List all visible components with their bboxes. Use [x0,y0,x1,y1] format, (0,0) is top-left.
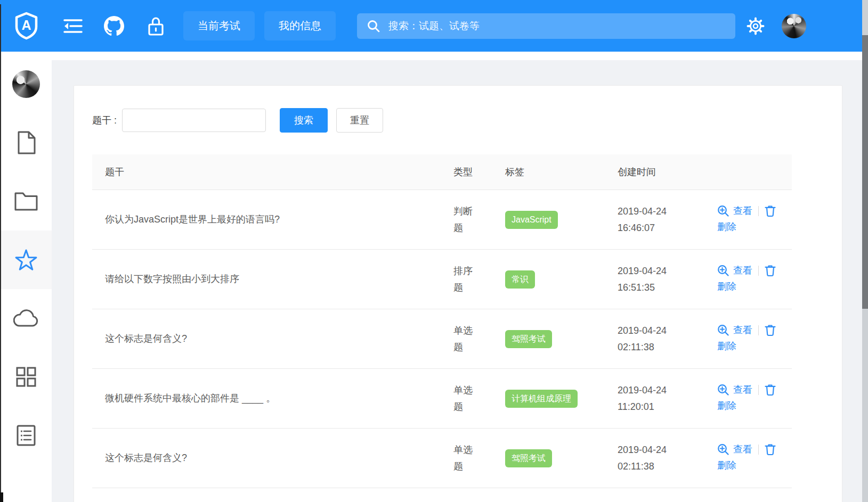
delete-link[interactable]: 删除 [717,398,793,414]
created-time: 11:20:01 [618,399,709,415]
tag-cell: 计算机组成原理 [499,390,611,408]
created-date: 2019-04-24 [618,263,709,279]
header-nav: 当前考试 我的信息 [183,11,336,40]
cloud-icon [13,309,39,327]
search-button[interactable]: 搜索 [280,108,328,133]
actions-divider [758,325,759,335]
global-search[interactable] [357,13,735,39]
nav-item-current-exam[interactable]: 当前考试 [183,11,255,40]
created-date: 2019-04-24 [618,323,709,339]
scrollbar-thumb[interactable] [862,35,868,309]
list-icon [16,424,36,447]
delete-link[interactable]: 删除 [717,219,793,235]
view-link[interactable]: 查看 [717,324,752,336]
content-top-strip [52,52,862,60]
question-type: 单选题 [443,442,499,475]
user-avatar[interactable] [782,14,806,38]
filter-label: 题干 : [92,114,117,127]
document-icon [15,130,37,155]
table-row: 这个标志是何含义? 单选题 驾照考试 2019-04-24 02:11:38 [92,429,792,488]
delete-link[interactable]: 删除 [717,278,793,294]
reset-button[interactable]: 重置 [336,108,383,133]
tag-cell: 常识 [499,270,611,289]
vertical-scrollbar[interactable] [862,0,868,502]
tag-badge: 计算机组成原理 [505,390,578,408]
header-right [747,14,806,38]
question-text: 请给以下数字按照由小到大排序 [92,271,443,287]
actions-cell: 查看 删除 [709,204,793,235]
actions-divider [758,206,759,216]
trash-icon[interactable] [765,384,776,396]
actions-divider [758,445,759,455]
trash-icon[interactable] [765,205,776,217]
question-stem-input[interactable] [122,109,266,132]
sidebar-item-star-active[interactable] [0,231,52,289]
window-corner-mark [0,492,3,502]
app-logo[interactable]: A [14,12,39,40]
col-header-tag: 标签 [499,166,611,178]
window-left-edge [0,4,1,502]
view-link-label: 查看 [733,204,752,217]
global-search-input[interactable] [387,20,726,32]
lock-icon[interactable] [148,16,164,36]
tag-cell: JavaScript [499,211,611,229]
question-list-card: 题干 : 搜索 重置 题干 类型 标签 创建时间 你认为JavaScript是世… [74,85,842,502]
settings-gear-icon[interactable] [747,17,765,35]
actions-cell: 查看 删除 [709,264,793,294]
view-link-label: 查看 [733,383,752,396]
view-link[interactable]: 查看 [717,443,752,456]
star-icon [13,247,39,273]
tag-badge: JavaScript [505,211,558,229]
sidebar-item-folder[interactable] [0,172,52,231]
sidebar [0,52,52,502]
filter-form: 题干 : 搜索 重置 [92,108,842,133]
created-time: 02:11:38 [618,339,709,356]
trash-icon[interactable] [765,443,776,456]
zoom-in-icon [717,443,729,456]
view-link[interactable]: 查看 [717,383,752,396]
grid-icon [15,366,37,388]
sidebar-item-document[interactable] [0,113,52,172]
view-link-label: 查看 [733,324,752,336]
created-time: 16:46:07 [618,220,709,236]
github-icon[interactable] [104,16,124,36]
actions-divider [758,266,759,276]
question-type: 判断题 [443,203,499,236]
col-header-type: 类型 [443,164,499,180]
sidebar-avatar[interactable] [0,55,52,113]
svg-text:A: A [21,18,31,32]
zoom-in-icon [717,265,729,277]
shield-logo-icon: A [14,12,39,40]
view-link[interactable]: 查看 [717,204,752,217]
content-area: 题干 : 搜索 重置 题干 类型 标签 创建时间 你认为JavaScript是世… [52,60,862,502]
table-row: 请给以下数字按照由小到大排序 排序题 常识 2019-04-24 16:51:3… [92,250,792,309]
created-time-cell: 2019-04-24 16:51:35 [611,263,709,296]
sidebar-item-grid[interactable] [0,348,52,406]
created-time-cell: 2019-04-24 02:11:38 [611,323,709,356]
trash-icon[interactable] [765,265,776,277]
table-body: 你认为JavaScript是世界上最好的语言吗? 判断题 JavaScript … [92,190,792,488]
table-row: 微机硬件系统中最核心的部件是 ____ 。 单选题 计算机组成原理 2019-0… [92,369,792,429]
created-time-cell: 2019-04-24 02:11:38 [611,442,709,475]
delete-link[interactable]: 删除 [717,457,793,473]
sidebar-item-cloud[interactable] [0,289,52,348]
question-text: 你认为JavaScript是世界上最好的语言吗? [92,212,443,227]
question-text: 微机硬件系统中最核心的部件是 ____ 。 [92,391,443,406]
view-link[interactable]: 查看 [717,264,752,277]
delete-link[interactable]: 删除 [717,338,793,354]
trash-icon[interactable] [765,324,776,336]
actions-cell: 查看 删除 [709,383,793,414]
created-time: 16:51:35 [618,279,709,296]
nav-item-my-info[interactable]: 我的信息 [264,11,336,40]
created-date: 2019-04-24 [618,442,709,458]
view-link-label: 查看 [733,443,752,456]
sidebar-item-list[interactable] [0,406,52,465]
tag-cell: 驾照考试 [499,330,611,348]
avatar [12,70,40,98]
tag-badge: 驾照考试 [505,330,552,348]
question-type: 排序题 [443,263,499,296]
zoom-in-icon [717,384,729,396]
menu-fold-icon[interactable] [63,18,83,34]
col-header-question: 题干 [92,164,443,180]
created-date: 2019-04-24 [618,203,709,220]
